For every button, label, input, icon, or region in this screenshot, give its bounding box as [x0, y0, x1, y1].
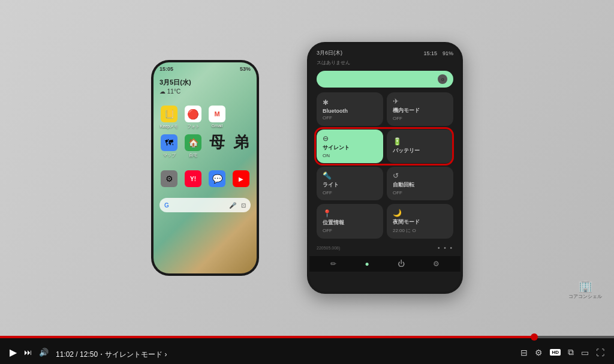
phone-right: 3月6日(木) 15:15 91% スはありません ☼ — [307, 42, 463, 294]
app-gmail[interactable]: M Gmail — [207, 106, 227, 130]
phone-left-status-bar: 15:05 53% — [154, 62, 257, 73]
qs-date: 3月6日(木) — [317, 49, 342, 57]
qs-tile-autorotate[interactable]: ↺ 自動回転 OFF — [387, 167, 453, 200]
silent-icon: ⊖ — [323, 134, 377, 143]
play-button[interactable]: ▶ — [10, 347, 17, 358]
qs-tile-location[interactable]: 📍 位置情報 OFF — [317, 204, 383, 239]
theater-icon[interactable]: ▭ — [581, 348, 589, 357]
qs-nav-power-icon[interactable]: ⏻ — [398, 260, 405, 268]
settings-icon[interactable]: ⚙ — [535, 348, 543, 357]
app-chat[interactable]: 💬 — [207, 170, 227, 187]
app-photos[interactable]: 🔴 フォト — [183, 106, 203, 130]
phone-left-battery: 53% — [240, 66, 251, 72]
settings-row: ⚙ Y! 💬 ▶ — [154, 164, 257, 193]
qs-tile-flashlight[interactable]: 🔦 ライト OFF — [317, 167, 383, 200]
qs-tile-nightmode[interactable]: 🌙 夜間モード 22:00 に O — [387, 204, 453, 239]
video-background: 15:05 53% 3月5日(水) ☁ 11°C 📒 Keepメモ 🔴 フォト — [0, 0, 614, 336]
app-maps[interactable]: 🗺 マップ — [159, 134, 179, 158]
controls-bar: ▶ ⏭ 🔊 11:02 / 12:50・サイレントモード › ⊟ ⚙ HD ⧉ … — [0, 336, 614, 364]
app-settings[interactable]: ⚙ — [159, 170, 179, 187]
phone-left-weather: ☁ 11°C — [154, 88, 257, 100]
flashlight-icon: 🔦 — [323, 172, 377, 180]
app-youtube[interactable]: ▶ — [231, 170, 251, 187]
app-empty1 — [231, 106, 251, 130]
controls-right: ⊟ ⚙ HD ⧉ ▭ ⛶ — [511, 342, 614, 357]
watermark: 🏢 コアコンシェル — [568, 279, 602, 300]
kanji-brother: 弟 — [231, 134, 251, 158]
progress-fill — [0, 336, 534, 338]
phone-left-search[interactable]: G 🎤 ⊡ — [159, 198, 251, 212]
phone-left-time: 15:05 — [159, 66, 173, 72]
qs-grid: ✱ Bluetooth OFF ✈ 機内モード OFF ⊖ サイレント ON — [309, 92, 460, 239]
progress-dot[interactable] — [531, 333, 538, 341]
qs-nav-gear-icon[interactable]: ⚙ — [433, 260, 440, 268]
controls-left: ▶ ⏭ 🔊 11:02 / 12:50・サイレントモード › — [0, 340, 176, 360]
app-home[interactable]: 🏠 自宅 — [183, 134, 203, 158]
qs-notice: スはありません — [309, 59, 460, 68]
watermark-icon: 🏢 — [568, 279, 602, 293]
app-keep[interactable]: 📒 Keepメモ — [159, 106, 179, 130]
qs-tile-airplane[interactable]: ✈ 機内モード OFF — [387, 92, 453, 126]
location-icon: 📍 — [323, 209, 377, 218]
fullscreen-icon[interactable]: ⛶ — [596, 348, 604, 357]
qs-nav-home-icon[interactable]: ● — [365, 260, 369, 268]
autorotate-icon: ↺ — [393, 172, 447, 180]
qs-brightness-slider[interactable]: ☼ — [317, 71, 453, 88]
battery-icon: 🔋 — [393, 137, 447, 146]
time-display: 11:02 / 12:50・サイレントモード › — [56, 345, 167, 360]
qs-battery: 91% — [443, 50, 453, 56]
qs-nav-pencil-icon[interactable]: ✏ — [330, 260, 336, 268]
qs-dots: • • • — [438, 245, 453, 251]
phone-left: 15:05 53% 3月5日(水) ☁ 11°C 📒 Keepメモ 🔴 フォト — [151, 60, 259, 276]
subtitles-icon[interactable]: ⊟ — [520, 348, 528, 357]
qs-bottom-info: 220505.008) • • • — [309, 241, 460, 255]
progress-area[interactable] — [0, 336, 614, 338]
bluetooth-icon: ✱ — [323, 98, 377, 107]
kanji-mother: 母 — [207, 134, 227, 158]
app-yahoo[interactable]: Y! — [183, 170, 203, 187]
hd-badge: HD — [550, 349, 561, 356]
skip-button[interactable]: ⏭ — [24, 348, 32, 357]
phone-left-date: 3月5日(水) — [154, 73, 257, 88]
miniplayer-icon[interactable]: ⧉ — [568, 347, 574, 357]
volume-button[interactable]: 🔊 — [39, 348, 49, 357]
app-grid: 📒 Keepメモ 🔴 フォト M Gmail — [154, 100, 257, 164]
qs-status-bar: 3月6日(木) 15:15 91% — [309, 44, 460, 59]
qs-tile-silent[interactable]: ⊖ サイレント ON — [317, 130, 383, 163]
watermark-text: コアコンシェル — [568, 293, 602, 300]
nightmode-icon: 🌙 — [393, 209, 447, 217]
airplane-icon: ✈ — [393, 97, 447, 106]
qs-version: 220505.008) — [317, 246, 340, 250]
brightness-icon: ☼ — [438, 74, 447, 84]
qs-time: 15:15 — [423, 50, 437, 56]
qs-bottom-bar: ✏ ● ⏻ ⚙ — [309, 256, 460, 272]
qs-tile-bluetooth[interactable]: ✱ Bluetooth OFF — [317, 92, 383, 126]
video-container: 15:05 53% 3月5日(水) ☁ 11°C 📒 Keepメモ 🔴 フォト — [0, 0, 614, 336]
qs-tile-battery[interactable]: 🔋 バッテリー — [387, 130, 453, 163]
